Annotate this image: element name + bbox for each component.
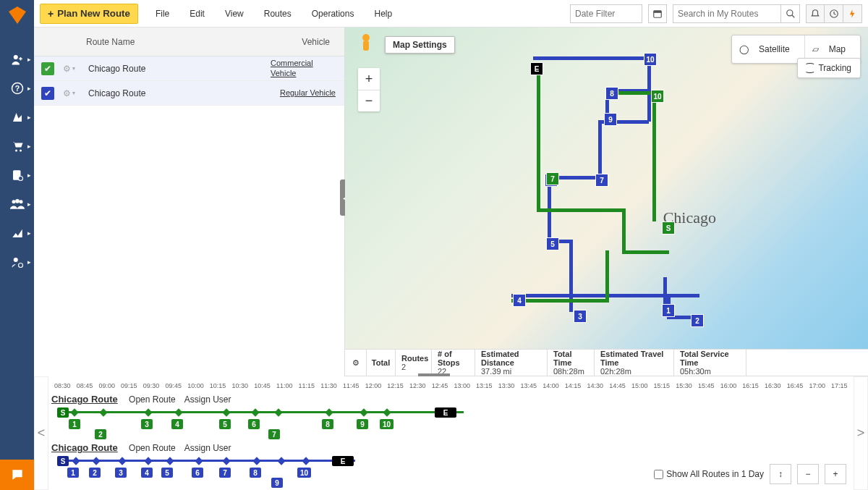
timeline-route-name[interactable]: Chicago Route [51, 442, 118, 453]
time-tick: 09:45 [165, 382, 182, 389]
zoom-in-button[interactable]: + [358, 68, 380, 90]
route-vehicle[interactable]: Regular Vehicle [280, 88, 336, 98]
totals-settings-icon[interactable]: ⚙ [345, 350, 367, 376]
power-icon[interactable] [843, 4, 862, 23]
routes-list-header: Route Name Vehicle [34, 28, 344, 56]
svg-point-12 [18, 263, 22, 268]
menu-view[interactable]: View [216, 4, 252, 23]
time-tick: 11:00 [276, 382, 293, 389]
time-tick: 08:30 [54, 382, 71, 389]
time-tick: 15:15 [654, 382, 671, 389]
chat-icon[interactable] [0, 460, 34, 490]
assign-user-link[interactable]: Assign User [184, 394, 231, 405]
nav-help-icon[interactable]: ?▸ [0, 74, 34, 103]
menu-edit[interactable]: Edit [181, 4, 213, 23]
main-menu: File Edit View Routes Operations Help [147, 4, 401, 23]
svg-point-10 [19, 200, 22, 203]
nav-team-icon[interactable]: ▸ [0, 190, 34, 219]
nav-routes-icon[interactable]: ▸ [0, 103, 34, 132]
route-row[interactable]: ✔ ⚙▾ Chicago Route Regular Vehicle [34, 81, 344, 106]
nav-users-icon[interactable]: ▸ [0, 45, 34, 74]
route-vehicle[interactable]: Commercial Vehicle [271, 59, 336, 77]
nav-user-settings-icon[interactable]: ▸ [0, 248, 34, 276]
time-tick: 16:15 [742, 382, 759, 389]
menu-file[interactable]: File [147, 4, 178, 23]
show-all-toggle[interactable]: Show All Routes in 1 Day [654, 469, 764, 479]
time-tick: 14:00 [542, 382, 559, 389]
route-settings-icon[interactable]: ⚙▾ [63, 64, 75, 74]
svg-point-9 [15, 199, 20, 203]
svg-point-5 [20, 150, 22, 152]
search-input[interactable] [673, 4, 781, 23]
timeline-bar-green[interactable]: S 1 2 3 4 5 6 7 8 9 10 E [51, 407, 851, 428]
time-tick: 14:30 [587, 382, 604, 389]
satellite-toggle[interactable]: ◯ Satellite [732, 35, 804, 63]
zoom-out-button[interactable]: − [358, 90, 380, 111]
svg-point-15 [786, 9, 792, 15]
pegman-icon[interactable] [358, 33, 374, 55]
route-name: Chicago Route [88, 64, 145, 74]
route-row[interactable]: ✔ ⚙▾ Chicago Route Commercial Vehicle [34, 56, 344, 81]
timeline-zoom-out[interactable]: − [797, 464, 819, 484]
timeline-zoom-in[interactable]: + [825, 464, 846, 484]
time-tick: 12:30 [409, 382, 426, 389]
plan-new-route-button[interactable]: +Plan New Route [40, 4, 138, 24]
date-filter-input[interactable] [570, 4, 642, 23]
search-button[interactable] [781, 4, 800, 23]
timeline-route-name[interactable]: Chicago Route [51, 394, 118, 405]
timeline-prev[interactable]: < [34, 376, 48, 490]
menu-operations[interactable]: Operations [303, 4, 363, 23]
time-tick: 12:15 [387, 382, 404, 389]
timeline-footer: Show All Routes in 1 Day ↕ − + [654, 464, 846, 484]
time-tick: 11:15 [299, 382, 315, 389]
time-tick: 09:15 [121, 382, 137, 389]
routes-list-pane: Route Name Vehicle ✔ ⚙▾ Chicago Route Co… [34, 28, 345, 376]
time-tick: 13:45 [520, 382, 537, 389]
show-all-checkbox[interactable] [654, 470, 663, 479]
plus-icon: + [48, 8, 54, 20]
time-tick: 14:45 [609, 382, 626, 389]
map-settings-button[interactable]: Map Settings [385, 36, 455, 54]
timeline-fit-button[interactable]: ↕ [770, 464, 791, 484]
route-checkbox[interactable]: ✔ [41, 62, 54, 75]
svg-point-4 [15, 150, 17, 152]
time-tick: 16:00 [720, 382, 737, 389]
time-tick: 16:30 [765, 382, 781, 389]
time-tick: 15:45 [698, 382, 715, 389]
top-bar: +Plan New Route File Edit View Routes Op… [34, 0, 868, 28]
time-tick: 12:00 [365, 382, 382, 389]
totals-label: Total [367, 350, 396, 376]
nav-cart-icon[interactable]: ▸ [0, 132, 34, 161]
timeline-panel: < 08:3008:4509:0009:1509:3009:4510:0010:… [34, 376, 868, 490]
svg-rect-14 [654, 10, 662, 12]
svg-point-7 [18, 177, 22, 181]
time-tick: 15:00 [631, 382, 648, 389]
svg-point-11 [13, 258, 17, 262]
nav-analytics-icon[interactable]: ▸ [0, 219, 34, 248]
time-tick: 12:45 [432, 382, 448, 389]
notifications-icon[interactable] [806, 4, 825, 23]
topbar-icon-group [806, 4, 862, 23]
col-route-name: Route Name [86, 37, 135, 47]
time-tick: 13:00 [454, 382, 470, 389]
route-checkbox[interactable]: ✔ [41, 87, 54, 100]
menu-routes[interactable]: Routes [255, 4, 300, 23]
date-picker-button[interactable] [648, 4, 667, 23]
route-settings-icon[interactable]: ⚙▾ [63, 88, 75, 98]
activity-icon[interactable] [825, 4, 843, 23]
map-canvas[interactable]: Map Settings + − ◯ Satellite ▱ Map ⁐ Tra… [345, 28, 868, 349]
timeline-next[interactable]: > [854, 376, 868, 490]
time-tick: 10:45 [254, 382, 271, 389]
open-route-link[interactable]: Open Route [129, 443, 176, 453]
menu-help[interactable]: Help [365, 4, 401, 23]
tracking-button[interactable]: ⁐ Tracking [797, 58, 861, 78]
totals-bar: ⚙ Total Routes2 # of Stops22 Estimated D… [345, 349, 868, 376]
assign-user-link[interactable]: Assign User [184, 443, 231, 453]
time-tick: 11:30 [320, 382, 337, 389]
time-tick: 16:45 [787, 382, 804, 389]
col-vehicle: Vehicle [302, 37, 330, 47]
time-tick: 09:30 [143, 382, 160, 389]
nav-book-icon[interactable]: ▸ [0, 161, 34, 190]
time-tick: 13:15 [476, 382, 493, 389]
open-route-link[interactable]: Open Route [129, 394, 176, 405]
